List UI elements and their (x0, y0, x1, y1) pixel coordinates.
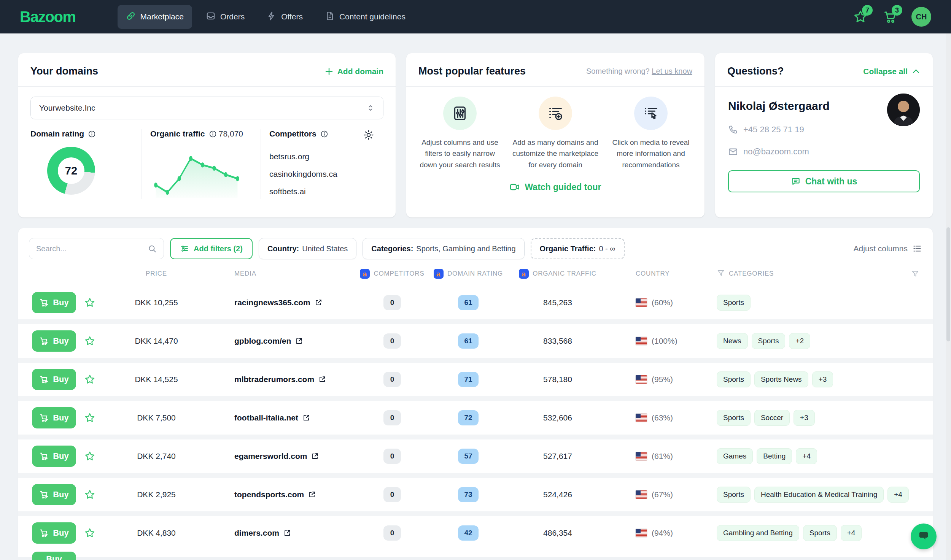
media-link[interactable]: topendsports.com (212, 490, 356, 499)
categories-cell: SportsSoccer+3 (691, 410, 908, 426)
favorite-star-button[interactable] (78, 489, 101, 500)
let-us-know-link[interactable]: Let us know (652, 67, 692, 75)
media-link[interactable]: mlbtraderumors.com (212, 375, 356, 384)
nav-item-offers[interactable]: Offers (258, 5, 311, 29)
media-link[interactable]: dimers.com (212, 528, 356, 538)
organic-traffic-filter-chip[interactable]: Organic Traffic:0 - ∞ (531, 238, 625, 259)
external-link-icon (308, 490, 316, 499)
col-header-categories[interactable]: CATEGORIES (691, 269, 908, 279)
favorite-star-button[interactable] (78, 527, 101, 539)
category-chip[interactable]: +3 (812, 371, 833, 387)
page-scrollbar[interactable] (946, 33, 951, 560)
buy-button[interactable]: Buy (32, 330, 76, 352)
category-chip[interactable]: Soccer (754, 410, 790, 426)
competitors-badge: 0 (383, 449, 401, 464)
scrollbar-thumb[interactable] (946, 227, 950, 341)
organic-traffic-sparkline (150, 144, 243, 198)
country-share: (94%) (652, 528, 673, 538)
category-chip[interactable]: Games (717, 448, 753, 464)
category-chip[interactable]: +4 (841, 525, 862, 541)
nav-item-content-guidelines[interactable]: Content guidelines (316, 5, 414, 29)
buy-button[interactable]: Buy (32, 552, 76, 560)
user-avatar[interactable]: CH (911, 7, 931, 27)
category-chip[interactable]: Health Education & Medical Training (754, 487, 884, 503)
domain-rating-value: 72 (58, 157, 84, 184)
col-header-price[interactable]: PRICE (101, 270, 212, 278)
col-header-domain-rating[interactable]: aDOMAIN RATING (428, 269, 508, 279)
chat-with-us-button[interactable]: Chat with us (728, 170, 920, 192)
buy-button[interactable]: Buy (32, 522, 76, 544)
filter-funnel-icon[interactable] (908, 270, 922, 278)
category-chip[interactable]: Gambling and Betting (717, 525, 799, 541)
buy-button[interactable]: Buy (32, 292, 76, 313)
favorites-button[interactable]: 7 (852, 8, 869, 25)
table-row: Buy DKK 7,500 football-italia.net 0 72 5… (18, 401, 933, 435)
settings-gear-icon[interactable] (363, 129, 374, 142)
country-filter-chip[interactable]: Country:United States (259, 238, 356, 259)
domain-select[interactable]: Yourwebsite.Inc (30, 97, 383, 119)
competitors-badge: 0 (383, 410, 401, 425)
adjust-columns-button[interactable]: Adjust columns (854, 244, 922, 254)
contact-phone-row[interactable]: +45 28 25 71 19 (728, 125, 920, 135)
bazoom-logo[interactable]: Bazoom (20, 8, 76, 25)
category-chip[interactable]: +2 (789, 333, 810, 349)
category-chip[interactable]: News (717, 333, 748, 349)
competitor-link[interactable]: softbets.ai (269, 187, 374, 196)
ahrefs-icon: a (434, 269, 444, 279)
categories-cell: Gambling and BettingSports+4 (691, 525, 908, 541)
collapse-all-button[interactable]: Collapse all (863, 67, 921, 76)
nav-item-orders[interactable]: Orders (197, 5, 253, 29)
favorite-star-button[interactable] (78, 412, 101, 424)
add-filters-button[interactable]: Add filters (2) (170, 238, 253, 259)
watch-guided-tour-link[interactable]: Watch guided tour (406, 182, 705, 192)
favorite-star-button[interactable] (78, 297, 101, 308)
category-chip[interactable]: Sports News (754, 371, 808, 387)
favorite-star-button[interactable] (78, 335, 101, 347)
buy-button[interactable]: Buy (32, 369, 76, 390)
price-cell: DKK 14,525 (101, 375, 212, 384)
organic-traffic-cell: 527,617 (508, 452, 607, 461)
filter-funnel-icon[interactable] (717, 269, 725, 279)
country-share: (100%) (652, 336, 677, 346)
favorite-star-button[interactable] (78, 374, 101, 385)
category-chip[interactable]: Betting (757, 448, 792, 464)
categories-filter-chip[interactable]: Categories:Sports, Gambling and Betting (363, 238, 524, 259)
cart-button[interactable]: 3 (882, 8, 899, 25)
category-chip[interactable]: Sports (717, 295, 751, 311)
categories-cell: SportsHealth Education & Medical Trainin… (691, 487, 909, 503)
contact-email-row[interactable]: no@bazoom.com (728, 147, 920, 157)
col-header-media[interactable]: MEDIA (212, 270, 356, 278)
category-chip[interactable]: +4 (796, 448, 817, 464)
media-link[interactable]: football-italia.net (212, 413, 356, 422)
competitors-badge: 0 (383, 295, 401, 310)
table-row: Buy DKK 10,255 racingnews365.com 0 61 84… (18, 286, 933, 319)
category-chip[interactable]: Sports (803, 525, 837, 541)
buy-button[interactable]: Buy (32, 484, 76, 505)
media-link[interactable]: racingnews365.com (212, 298, 356, 307)
category-chip[interactable]: +3 (794, 410, 815, 426)
col-header-organic-traffic[interactable]: aORGANIC TRAFFIC (508, 269, 607, 279)
col-header-competitors[interactable]: aCOMPETITORS (356, 269, 428, 279)
buy-button[interactable]: Buy (32, 407, 76, 428)
chat-float-button[interactable] (911, 524, 937, 549)
domain-rating-cell: 42 (428, 525, 508, 541)
favorite-star-button[interactable] (78, 451, 101, 462)
chevron-up-icon (911, 67, 921, 76)
media-link[interactable]: egamersworld.com (212, 452, 356, 461)
competitor-link[interactable]: casinokingdoms.ca (269, 170, 374, 179)
search-input[interactable] (36, 244, 148, 253)
category-chip[interactable]: Sports (717, 410, 751, 426)
category-chip[interactable]: Sports (717, 487, 751, 503)
cart-plus-icon (39, 490, 49, 500)
category-chip[interactable]: +4 (887, 487, 909, 503)
competitors-badge: 0 (383, 372, 401, 387)
nav-item-marketplace[interactable]: Marketplace (118, 5, 192, 29)
star-icon (84, 412, 95, 424)
add-domain-button[interactable]: Add domain (324, 67, 383, 76)
category-chip[interactable]: Sports (717, 371, 751, 387)
buy-button[interactable]: Buy (32, 446, 76, 467)
category-chip[interactable]: Sports (752, 333, 786, 349)
competitor-link[interactable]: betsrus.org (269, 152, 374, 161)
col-header-country[interactable]: COUNTRY (607, 270, 691, 278)
media-link[interactable]: gpblog.com/en (212, 336, 356, 346)
